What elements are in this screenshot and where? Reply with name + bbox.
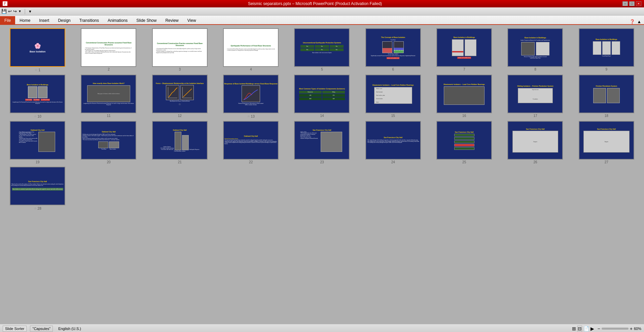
slide-24-num: 24 (391, 160, 395, 164)
slide-12-title: Force – Displacement Relationship at the… (156, 82, 204, 84)
slide-13-title: Response of Base Isolated Buildings vers… (224, 83, 277, 85)
slide-item-13[interactable]: Response of Base Isolated Buildings vers… (217, 75, 285, 118)
slide-25-num: 25 (462, 160, 466, 164)
slideshow-icon[interactable]: ▶ (591, 326, 594, 331)
tab-file[interactable]: File (0, 16, 15, 24)
minimize-button[interactable]: – (622, 1, 628, 6)
slide-15-title: Elastomeric Isolators – Lead Core Rubber… (372, 84, 414, 86)
slide-item-10[interactable]: Base Isolation in Buildings Install Isol… (3, 75, 72, 118)
slide-8-num: 8 (534, 68, 536, 71)
slide-14-num: 14 (320, 114, 324, 118)
toolbar-label: ▼ (28, 9, 32, 13)
ribbon: File Home Insert Design Transitions Anim… (0, 15, 644, 25)
slide-item-24[interactable]: San Francisco City Hall • The original d… (359, 121, 427, 164)
slide-item-22[interactable]: Oakland City Hall Critical Construction … (217, 121, 285, 164)
tab-slideshow[interactable]: Slide Show (132, 16, 161, 24)
maximize-button[interactable]: □ (629, 1, 635, 6)
slide-6-title: The Concept of Base Isolation (381, 36, 405, 38)
slide-item-7[interactable]: Base Isolation in Buildings Isolation at… (430, 28, 498, 72)
slide-8-title: Base Isolation in Buildings (525, 37, 546, 39)
zoom-minus-button[interactable]: − (598, 326, 600, 331)
collapse-ribbon-icon[interactable]: ▲ (637, 19, 641, 24)
view-buttons: ⊞ ⊟ 📄 ▶ (572, 326, 594, 332)
slide-panel[interactable]: 🌸 Base Isolation ☆ 1 Conventional Constr… (0, 25, 644, 324)
slide-1-title: Base Isolation (30, 50, 45, 53)
tab-view[interactable]: View (183, 16, 201, 24)
slide-9-title: Base Isolation in Buildings (596, 38, 617, 40)
slide-item-25[interactable]: San Francisco City Hall 25 (430, 121, 498, 164)
redo-icon[interactable]: ↪ (13, 9, 17, 14)
slide-11-title: How exactly does Base Isolation Work? (93, 82, 124, 84)
slide-item-26[interactable]: San Francisco City Hall Diagram 26 (501, 121, 569, 164)
save-icon[interactable]: 💾 (1, 9, 7, 14)
slide-25-title: San Francisco City Hall (455, 131, 474, 133)
slide-5-title: Unconventional Earthquake Protective Sys… (303, 42, 341, 44)
slide-3-num: 3 (179, 68, 181, 71)
slide-11-num: 11 (107, 114, 110, 118)
tab-review[interactable]: Review (161, 16, 183, 24)
undo-icon[interactable]: ↩ (8, 9, 12, 14)
slide-9-num: 9 (606, 68, 608, 71)
slide-item-27[interactable]: San Francisco City Hall Diagram 27 (572, 121, 641, 164)
slide-item-6[interactable]: The Concept of Base Isolation Fixed Base… (359, 28, 427, 72)
slide-item-17[interactable]: Sliding Isolators – Friction Pendulum Sy… (501, 75, 569, 118)
slide-15-num: 15 (391, 114, 395, 118)
slide-20-title: Oakland City Hall (102, 131, 115, 133)
slide-item-4[interactable]: Earthquake Performance of Fixed Base Str… (217, 28, 285, 72)
slide-22-num: 22 (249, 160, 253, 164)
slide-item-8[interactable]: Base Isolation in Buildings Isolator Com… (501, 28, 569, 72)
slide-item-5[interactable]: Unconventional Earthquake Protective Sys… (288, 28, 356, 72)
slide-19-num: 19 (36, 160, 39, 164)
customize-icon[interactable]: ▼ (18, 9, 22, 13)
normal-view-icon[interactable]: ⊞ (572, 326, 576, 331)
tab-transitions[interactable]: Transitions (75, 16, 103, 24)
slide-item-12[interactable]: Force – Displacement Relationship at the… (146, 75, 214, 118)
reading-view-icon[interactable]: 📄 (583, 326, 589, 331)
slide-item-14[interactable]: Most Common Types of Isolation Component… (288, 75, 356, 118)
slide-item-11[interactable]: How exactly does Base Isolation Work? Ma… (74, 75, 143, 118)
slide-7-num: 7 (463, 68, 465, 71)
slide-16-num: 16 (462, 114, 466, 118)
slide-item-9[interactable]: Base Isolation in Buildings Cut off Stee… (572, 28, 641, 72)
help-icon[interactable]: ❓ (630, 19, 635, 24)
slide-10-num: 10 (38, 115, 41, 118)
language-indicator: English (U.S.) (56, 326, 83, 331)
slide-item-1[interactable]: 🌸 Base Isolation ☆ 1 (3, 28, 72, 72)
slide-item-16[interactable]: Elastomeric Isolators – Lead Core Rubber… (430, 75, 498, 118)
close-button[interactable]: ✕ (636, 1, 641, 6)
slide-item-15[interactable]: Elastomeric Isolators – Lead Core Rubber… (359, 75, 427, 118)
slide-item-21[interactable]: Oakland City Hall Isolation System • 111… (146, 121, 214, 164)
zoom-level: 60% (634, 327, 641, 331)
slide-10-title: Base Isolation in Buildings (27, 84, 48, 86)
tab-home[interactable]: Home (15, 16, 35, 24)
slide-18-title: Friction Pendulum System (596, 85, 617, 87)
slide-27-title: San Francisco City Hall (597, 128, 616, 130)
slide-item-23[interactable]: San Francisco City Hall • Built in 1915 … (288, 121, 356, 164)
slide-item-3[interactable]: Conventional Construction Practice assum… (146, 28, 214, 72)
slide-17-title: Sliding Isolators – Friction Pendulum Sy… (517, 85, 553, 87)
slide-27-num: 27 (605, 160, 608, 164)
zoom-plus-button[interactable]: + (630, 326, 633, 331)
slide-item-19[interactable]: Oakland City Hall • First Highrise gover… (3, 121, 72, 164)
slide-20-num: 20 (107, 160, 110, 164)
slide-14-title: Most Common Types of Isolation Component… (299, 88, 345, 90)
tab-animations[interactable]: Animations (103, 16, 132, 24)
slide-6-num: 6 (392, 68, 394, 71)
slide-13-num: 13 (251, 115, 255, 118)
zoom-slider[interactable] (602, 328, 629, 330)
slide-sorter-icon[interactable]: ⊟ (577, 326, 582, 332)
slide-item-2[interactable]: Conventional Construction Practice assum… (74, 28, 143, 72)
slide-item-20[interactable]: Oakland City Hall • Building was severel… (74, 121, 143, 164)
slide-24-title: San Francisco City Hall (384, 136, 403, 138)
main-area: 🌸 Base Isolation ☆ 1 Conventional Constr… (0, 25, 644, 324)
capsules-button[interactable]: "Capsules" (30, 326, 53, 332)
slide-sorter-button[interactable]: Slide Sorter (3, 326, 27, 332)
slide-item-18[interactable]: Friction Pendulum System 18 (572, 75, 641, 118)
slide-28-title: San Francisco City Hall (28, 180, 47, 182)
slide-7-title: Base Isolation in Buildings (454, 36, 475, 38)
slide-3-title: Conventional Construction Practice assum… (153, 41, 207, 47)
tab-design[interactable]: Design (53, 16, 75, 24)
slide-18-num: 18 (605, 114, 608, 118)
slide-item-28[interactable]: San Francisco City Hall • Based on the r… (3, 167, 72, 210)
tab-insert[interactable]: Insert (35, 16, 53, 24)
